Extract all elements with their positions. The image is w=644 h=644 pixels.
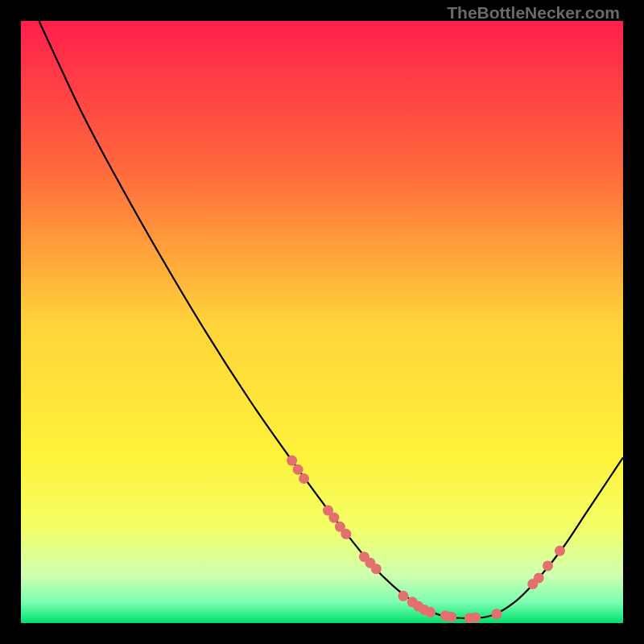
data-marker	[371, 564, 382, 574]
data-marker	[555, 546, 565, 556]
data-marker	[425, 607, 436, 617]
data-marker	[287, 456, 297, 466]
data-marker	[398, 591, 408, 601]
data-marker	[446, 612, 456, 622]
data-marker	[543, 560, 553, 571]
data-marker	[299, 473, 309, 484]
data-marker	[341, 529, 351, 539]
data-marker	[470, 613, 481, 623]
data-marker	[534, 572, 544, 583]
chart-svg	[21, 21, 623, 623]
data-marker	[491, 609, 502, 619]
gradient-background	[21, 21, 623, 623]
data-marker	[293, 464, 303, 475]
data-marker	[328, 513, 339, 523]
watermark-text: TheBottleNecker.com	[447, 3, 620, 23]
chart-frame	[21, 21, 623, 623]
